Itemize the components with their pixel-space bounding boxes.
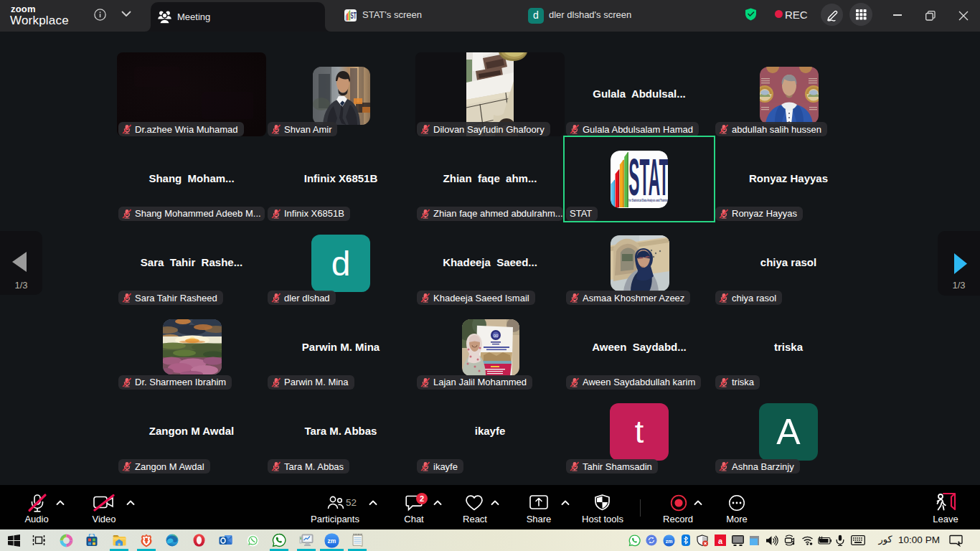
svg-text:a: a [718, 537, 723, 545]
svg-text:for Statistical Data Analysis: for Statistical Data Analysis and Traini… [628, 197, 668, 202]
svg-text:00: 00 [494, 333, 499, 337]
svg-text:zm: zm [665, 538, 672, 543]
svg-text:zm: zm [327, 537, 336, 545]
svg-text:ST: ST [351, 10, 357, 21]
